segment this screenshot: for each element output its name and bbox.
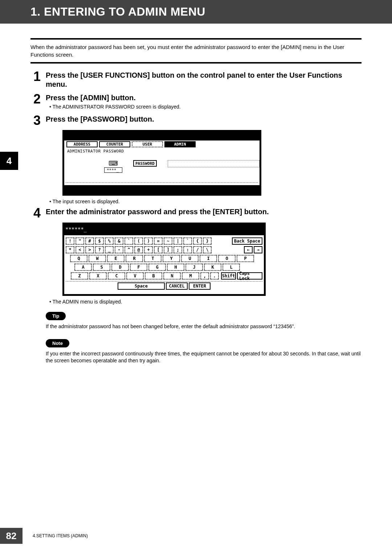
key[interactable]: U [181, 255, 199, 262]
step-title: Press the [ADMIN] button. [46, 93, 362, 102]
key[interactable]: I [200, 255, 217, 262]
key[interactable]: * [66, 246, 74, 253]
key[interactable]: _ [105, 246, 114, 253]
key[interactable]: C [108, 272, 125, 280]
key[interactable]: Z [71, 272, 88, 280]
key[interactable]: D [111, 264, 129, 271]
key[interactable]: = [154, 237, 163, 245]
step-1: 1 Press the [USER FUNCTIONS] button on t… [30, 70, 362, 90]
kb-row-3: Q W E R T Y U I O P [66, 255, 262, 262]
key[interactable]: O [218, 255, 236, 262]
key[interactable]: ~ [164, 237, 172, 245]
arrow-right-key[interactable]: → [254, 246, 262, 253]
step-2: 2 Press the [ADMIN] button. The ADMINIST… [30, 93, 362, 112]
key[interactable]: - [115, 246, 123, 253]
arrow-left-key[interactable]: ← [244, 246, 253, 253]
key[interactable]: P [237, 255, 254, 262]
key[interactable]: A [74, 264, 92, 271]
key[interactable]: + [144, 246, 153, 253]
key[interactable]: ] [164, 246, 172, 253]
key[interactable]: M [182, 272, 199, 280]
rule-top [30, 38, 362, 40]
step-title: Press the [USER FUNCTIONS] button on the… [46, 71, 362, 89]
key[interactable]: ^ [124, 246, 133, 253]
tabs-row: ADDRESS COUNTER USER ADMIN [64, 140, 260, 148]
chapter-tab: 4 [0, 152, 18, 170]
shift-key[interactable]: Shift [221, 272, 236, 280]
tip-text: If the administrator password has not be… [46, 323, 362, 330]
typed-value: ******_ [64, 225, 264, 235]
screenshot-keyboard: ******_ ! " # $ % & ` ( ) = ~ | ` { [62, 223, 362, 296]
key[interactable]: < [75, 246, 84, 253]
screen-label: ADMINISTRATOR PASSWORD [64, 148, 260, 160]
key[interactable]: ! [66, 237, 74, 245]
intro-paragraph: When the administrator password has been… [30, 43, 362, 58]
key[interactable]: $ [95, 237, 104, 245]
step-title: Press the [PASSWORD] button. [46, 115, 362, 124]
kb-row-6: Space CANCEL ENTER [66, 282, 262, 290]
key[interactable]: R [126, 255, 143, 262]
key[interactable]: K [204, 264, 221, 271]
key[interactable]: X [89, 272, 107, 280]
key[interactable]: J [185, 264, 203, 271]
key[interactable]: F [130, 264, 147, 271]
password-field[interactable] [168, 160, 260, 167]
capslock-key[interactable]: Caps Lock [237, 272, 262, 280]
key[interactable]: B [145, 272, 162, 280]
key[interactable]: | [173, 237, 182, 245]
key[interactable]: . [210, 272, 219, 280]
enter-key[interactable]: ENTER [189, 282, 211, 290]
key[interactable]: , [200, 272, 209, 280]
note-text: If you enter the incorrect password cont… [46, 350, 362, 364]
key[interactable]: ( [134, 237, 143, 245]
key[interactable]: ; [173, 246, 182, 253]
key[interactable]: Y [163, 255, 180, 262]
screenshot-password-prompt: ADDRESS COUNTER USER ADMIN ADMINISTRATOR… [62, 130, 362, 196]
key[interactable]: T [144, 255, 162, 262]
page-header: 1. ENTERING TO ADMIN MENU [0, 0, 392, 24]
kb-row-2: * < > ? _ - ^ @ + [ ] ; : / \ ← [66, 246, 262, 253]
key[interactable]: " [75, 237, 84, 245]
key[interactable]: ` [124, 237, 133, 245]
key[interactable]: # [85, 237, 94, 245]
key[interactable]: ) [144, 237, 153, 245]
backspace-key[interactable]: Back Space [232, 237, 262, 245]
password-mask: ****_ [104, 167, 122, 173]
key[interactable]: } [203, 237, 212, 245]
key[interactable]: \ [203, 246, 212, 253]
tab-counter[interactable]: COUNTER [99, 141, 130, 147]
key[interactable]: % [105, 237, 114, 245]
key[interactable]: & [115, 237, 123, 245]
tab-admin[interactable]: ADMIN [164, 141, 196, 147]
tab-address[interactable]: ADDRESS [66, 141, 98, 147]
key[interactable]: S [93, 264, 110, 271]
space-key[interactable]: Space [118, 282, 165, 290]
key[interactable]: N [163, 272, 181, 280]
key[interactable]: @ [134, 246, 143, 253]
tab-user[interactable]: USER [132, 141, 163, 147]
rule-bottom [30, 62, 362, 64]
kb-row-1: ! " # $ % & ` ( ) = ~ | ` { } Back Spac [66, 237, 262, 245]
key[interactable]: ` [183, 237, 192, 245]
key[interactable]: / [193, 246, 202, 253]
kb-row-4: A S D F G H J K L [66, 264, 262, 271]
step-3-result: The input screen is displayed. [49, 199, 362, 204]
step-number: 3 [30, 114, 44, 127]
kb-row-5: Z X C V B N M , . Shift Caps Lock [66, 272, 262, 280]
step-4: 4 Enter the administrator password and p… [30, 207, 362, 220]
key[interactable]: W [89, 255, 106, 262]
cancel-key[interactable]: CANCEL [166, 282, 188, 290]
key[interactable]: L [222, 264, 240, 271]
key[interactable]: E [107, 255, 124, 262]
keyboard-icon: ⌨ [109, 160, 118, 167]
key[interactable]: [ [154, 246, 163, 253]
key[interactable]: Q [70, 255, 87, 262]
key[interactable]: : [183, 246, 192, 253]
key[interactable]: V [126, 272, 144, 280]
key[interactable]: G [148, 264, 166, 271]
key[interactable]: ? [95, 246, 104, 253]
key[interactable]: H [167, 264, 184, 271]
password-button[interactable]: PASSWORD [133, 160, 157, 167]
key[interactable]: { [193, 237, 202, 245]
key[interactable]: > [85, 246, 94, 253]
